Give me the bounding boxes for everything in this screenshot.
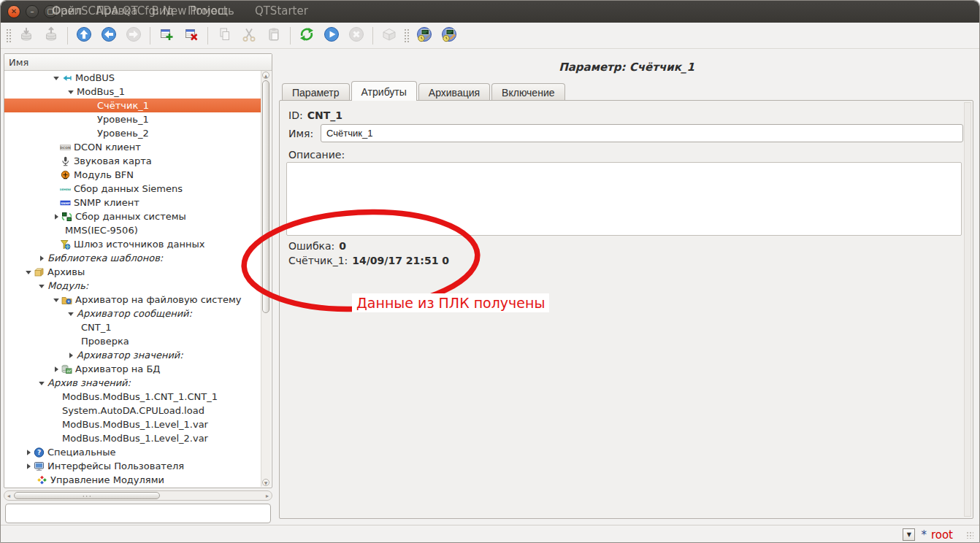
tree-header[interactable]: Имя xyxy=(4,54,272,71)
paste-button[interactable] xyxy=(262,25,286,47)
start-button[interactable] xyxy=(320,25,343,47)
tree-item[interactable]: ?Специальные xyxy=(4,445,261,459)
scroll-left-icon[interactable]: ◂ xyxy=(7,492,10,500)
tree-item[interactable]: Проверка xyxy=(4,334,261,348)
expand-open-icon[interactable] xyxy=(66,88,76,96)
refresh-button[interactable] xyxy=(295,25,318,47)
tree-item[interactable]: Архиватор значений: xyxy=(4,348,261,362)
cut-button[interactable] xyxy=(237,25,261,47)
minimize-button[interactable]: – xyxy=(26,5,39,18)
scroll-right-icon[interactable]: ▸ xyxy=(266,492,269,500)
tree-item[interactable]: Архиватор на файловую систему xyxy=(4,293,261,307)
tree-filter-input[interactable] xyxy=(5,504,271,523)
toolbar-handle[interactable] xyxy=(404,28,410,43)
tab-archiving[interactable]: Архивация xyxy=(418,83,490,101)
expand-closed-icon[interactable] xyxy=(23,463,34,470)
toolbar-handle[interactable] xyxy=(6,28,12,43)
main-area: Имя ModBUSModBus_1Счётчик_1Уровень_1Уров… xyxy=(1,49,980,525)
menu-item[interactable]: Вид xyxy=(152,4,174,18)
modules-icon xyxy=(37,475,50,485)
tab-enable[interactable]: Включение xyxy=(491,83,564,101)
scroll-down-icon[interactable]: ▼ xyxy=(262,479,269,486)
expand-closed-icon[interactable] xyxy=(51,366,61,373)
tree-item[interactable]: Сбор данных системы xyxy=(4,209,261,223)
tree-item[interactable]: Архив значений: xyxy=(4,376,261,390)
paste-icon xyxy=(266,26,282,45)
tree-hscroll-thumb[interactable] xyxy=(14,492,160,499)
tab-parameter[interactable]: Параметр xyxy=(282,83,350,101)
tree-item[interactable]: Управление Модулями xyxy=(4,473,261,487)
tree-item[interactable]: Шлюз источников данных xyxy=(4,237,261,251)
svg-text:?: ? xyxy=(37,449,41,456)
pane-vertical-scrollbar[interactable] xyxy=(964,102,971,517)
save-to-db-button[interactable] xyxy=(39,25,63,47)
tree-item[interactable]: ModBus.ModBus_1.CNT_1.CNT_1 xyxy=(4,390,261,404)
tab-attributes[interactable]: Атрибуты xyxy=(351,81,417,101)
tree-item[interactable]: System.AutoDA.CPULoad.load xyxy=(4,404,261,417)
tree-item[interactable]: SIEMENSСбор данных Siemens xyxy=(4,182,261,196)
expand-closed-icon[interactable] xyxy=(66,352,76,359)
go-forward-button[interactable] xyxy=(122,25,145,47)
expand-closed-icon[interactable] xyxy=(37,255,47,262)
tree-item[interactable]: Модуль: xyxy=(4,279,261,293)
tree-vertical-scrollbar[interactable]: ▲ ▼ xyxy=(261,71,271,487)
menu-item[interactable]: Файл xyxy=(52,4,82,18)
expand-closed-icon[interactable] xyxy=(23,449,34,456)
sysda-icon xyxy=(61,212,74,222)
tree-item[interactable]: ModBus_1 xyxy=(4,85,261,99)
tree-item-label: Архивы xyxy=(47,266,85,277)
menu-item[interactable]: QTStarter xyxy=(255,4,308,18)
siemens-icon: SIEMENS xyxy=(60,184,73,194)
item-delete-button[interactable] xyxy=(180,25,203,47)
tree-item[interactable]: MMS(IEC-9506) xyxy=(4,223,261,237)
favorite-tool-1-button[interactable] xyxy=(413,25,436,47)
tree-item[interactable]: ModBus.ModBus_1.Level_1.var xyxy=(4,417,261,431)
expand-open-icon[interactable] xyxy=(51,296,61,304)
copy-button[interactable] xyxy=(213,25,236,47)
tree-item[interactable]: DCONDCON клиент xyxy=(4,140,261,154)
expand-open-icon[interactable] xyxy=(37,282,47,290)
mic-icon xyxy=(60,156,73,166)
expand-open-icon[interactable] xyxy=(37,380,47,387)
scroll-up-icon[interactable]: ▲ xyxy=(262,72,269,79)
expand-closed-icon[interactable] xyxy=(51,213,61,220)
item-add-button[interactable] xyxy=(155,25,178,47)
tree-item[interactable]: ModBus.ModBus_1.Level_2.var xyxy=(4,431,261,445)
stop-button[interactable] xyxy=(345,25,368,47)
close-button[interactable]: ✕ xyxy=(7,5,20,18)
name-input[interactable] xyxy=(321,124,963,142)
tree-item[interactable]: Архивы xyxy=(4,265,261,279)
tree-item[interactable]: ModBUS xyxy=(4,71,261,85)
tree-item[interactable]: Уровень_2 xyxy=(4,126,261,140)
tree-item[interactable]: Архиватор на БД xyxy=(4,362,261,376)
tree-item[interactable]: SNMPSNMP клиент xyxy=(4,196,261,209)
load-from-db-button[interactable] xyxy=(15,25,38,47)
menu-item[interactable]: Помощь xyxy=(188,4,234,18)
toolbar xyxy=(1,23,979,49)
tree-item[interactable]: Модуль BFN xyxy=(4,168,261,182)
tree-item[interactable]: Счётчик_1 xyxy=(4,99,261,112)
tree-item[interactable]: Интерфейсы Пользователя xyxy=(4,459,261,473)
navigation-tree: Имя ModBUSModBus_1Счётчик_1Уровень_1Уров… xyxy=(4,53,272,488)
manual-button[interactable] xyxy=(378,25,401,47)
tree-item[interactable]: Архиватор сообщений: xyxy=(4,307,261,320)
go-up-button[interactable] xyxy=(72,25,96,47)
parameter-panel: Параметр: Счётчик_1 ПараметрАтрибутыАрхи… xyxy=(275,49,978,525)
tree-item[interactable]: CNT_1 xyxy=(4,320,261,334)
description-textarea[interactable] xyxy=(286,162,962,236)
favorite-tool-2-button[interactable] xyxy=(437,25,461,47)
tree-item-label: Сбор данных системы xyxy=(74,211,186,222)
expand-open-icon[interactable] xyxy=(23,269,34,276)
tree-vscroll-thumb[interactable] xyxy=(262,80,269,313)
status-combo-button[interactable]: ▼ xyxy=(903,528,915,541)
tree-item[interactable]: Звуковая карта xyxy=(4,154,261,168)
tree-horizontal-scrollbar[interactable]: ◂ ▸ xyxy=(4,490,272,501)
resize-grip[interactable] xyxy=(966,531,973,539)
tree-item[interactable]: Уровень_1 xyxy=(4,112,261,126)
expand-open-icon[interactable] xyxy=(51,74,61,82)
tree-item[interactable]: Библиотека шаблонов: xyxy=(4,251,261,265)
menu-item[interactable]: Правка xyxy=(96,4,137,18)
go-back-button[interactable] xyxy=(97,25,120,47)
current-user[interactable]: root xyxy=(931,528,953,542)
expand-open-icon[interactable] xyxy=(66,310,76,317)
